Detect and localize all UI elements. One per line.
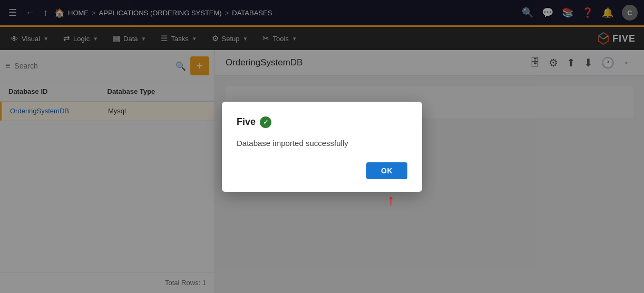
modal-dialog: Five ✓ Database imported successfully OK… <box>222 102 422 192</box>
modal-footer: OK <box>237 162 407 179</box>
modal-title: Five <box>237 116 256 128</box>
modal-title-row: Five ✓ <box>237 116 407 128</box>
modal-message: Database imported successfully <box>237 139 407 148</box>
ok-button[interactable]: OK <box>366 162 407 179</box>
modal-overlay: Five ✓ Database imported successfully OK… <box>0 0 644 293</box>
success-icon: ✓ <box>260 116 271 128</box>
arrow-indicator: ↑ <box>387 192 395 209</box>
